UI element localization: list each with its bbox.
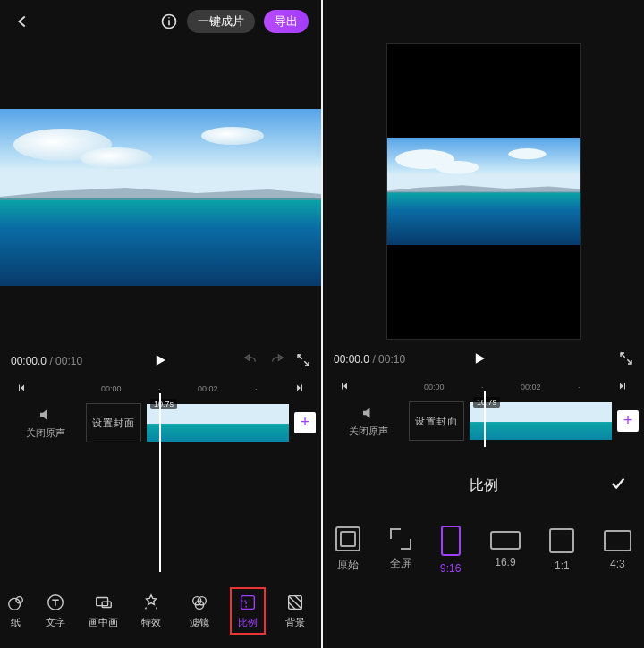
effects-icon — [141, 593, 161, 612]
add-clip-button[interactable]: + — [617, 410, 639, 432]
clip-strip[interactable]: 10.7s + — [470, 402, 639, 440]
fullscreen-ratio-icon — [390, 528, 411, 550]
back-icon[interactable] — [13, 12, 32, 31]
svg-rect-18 — [241, 595, 254, 609]
sticker-icon — [6, 593, 26, 612]
undo-button[interactable] — [242, 352, 258, 371]
svg-point-24 — [508, 148, 546, 159]
set-cover-button[interactable]: 设置封面 — [409, 401, 464, 441]
background-icon — [285, 593, 305, 612]
fullscreen-icon[interactable] — [296, 353, 310, 370]
svg-rect-9 — [147, 424, 289, 442]
playhead[interactable] — [159, 393, 161, 572]
playhead[interactable] — [484, 391, 486, 447]
playback-bar: 00:00.0 / 00:10 — [323, 344, 644, 374]
ratio-option-9-16[interactable]: 9:16 — [440, 526, 461, 575]
svg-rect-14 — [102, 602, 111, 607]
tool-background[interactable]: 背景 — [277, 593, 313, 629]
play-sep: / — [47, 355, 55, 367]
svg-point-10 — [9, 598, 21, 610]
svg-rect-26 — [470, 422, 612, 440]
tool-filter[interactable]: 滤镜 — [182, 593, 217, 629]
set-cover-button[interactable]: 设置封面 — [86, 403, 141, 442]
clip-duration-badge: 10.7s — [473, 397, 500, 408]
editor-screen-main: 一键成片 导出 — [0, 0, 321, 648]
text-icon — [46, 593, 65, 612]
ratio-option-original[interactable]: 原始 — [335, 526, 360, 573]
tool-row: 纸 文字 画中画 特效 滤镜 — [0, 582, 321, 639]
video-preview[interactable] — [0, 109, 321, 286]
r11-icon — [549, 528, 574, 553]
tool-sticker[interactable]: 纸 — [6, 593, 26, 629]
one-click-button[interactable]: 一键成片 — [187, 10, 255, 33]
clip-strip[interactable]: 10.7s + — [147, 404, 316, 442]
clip-duration-badge: 10.7s — [150, 399, 177, 409]
r169-icon — [490, 531, 521, 550]
play-button[interactable] — [151, 351, 169, 372]
ratio-option-fullscreen[interactable]: 全屏 — [390, 528, 411, 571]
svg-point-6 — [80, 147, 152, 169]
ratio-panel-title: 比例 — [323, 465, 644, 506]
r916-icon — [441, 526, 461, 556]
editor-screen-ratio-panel: 00:00.0 / 00:10 00:00 · 00:02 · 关闭原声 设置封… — [323, 0, 644, 648]
play-button[interactable] — [470, 349, 488, 370]
tool-effects[interactable]: 特效 — [133, 593, 169, 629]
play-position: 00:00.0 — [11, 355, 47, 367]
redo-button[interactable] — [269, 352, 285, 371]
playback-bar: 00:00.0 / 00:10 — [0, 346, 321, 376]
play-duration: 00:10 — [378, 353, 405, 366]
tool-text[interactable]: 文字 — [38, 593, 73, 629]
add-clip-button[interactable]: + — [294, 412, 316, 433]
jump-end-icon[interactable] — [294, 383, 305, 395]
pip-icon — [94, 593, 114, 612]
jump-end-icon[interactable] — [617, 381, 628, 393]
video-preview-portrait[interactable] — [386, 43, 581, 340]
jump-start-icon[interactable] — [339, 381, 350, 393]
tick-start: 00:00 — [101, 384, 122, 393]
ratio-option-4-3[interactable]: 4:3 — [604, 530, 631, 570]
tick-mid: 00:02 — [198, 384, 218, 393]
fullscreen-icon[interactable] — [619, 351, 633, 368]
r43-icon — [604, 530, 631, 551]
tick-start: 00:00 — [424, 383, 445, 391]
tool-pip[interactable]: 画中画 — [86, 593, 122, 629]
svg-rect-4 — [0, 198, 321, 286]
play-duration: 00:10 — [55, 355, 82, 367]
ratio-icon — [238, 593, 258, 612]
ratio-option-1-1[interactable]: 1:1 — [549, 528, 574, 572]
svg-point-7 — [201, 127, 264, 145]
ratio-options: 原始 全屏 9:16 16:9 1:1 4:3 — [323, 518, 644, 581]
info-icon[interactable] — [160, 13, 178, 30]
mute-original-audio[interactable]: 关闭原声 — [5, 407, 86, 440]
confirm-button[interactable] — [608, 474, 628, 497]
tick-mid: 00:02 — [521, 383, 541, 391]
export-button[interactable]: 导出 — [264, 10, 309, 33]
play-position: 00:00.0 — [334, 353, 369, 366]
tool-aspect-ratio[interactable]: 比例 — [230, 587, 266, 635]
mute-label: 关闭原声 — [26, 426, 65, 440]
mute-original-audio[interactable]: 关闭原声 — [328, 405, 409, 438]
jump-start-icon[interactable] — [16, 383, 27, 395]
filter-icon — [190, 593, 209, 612]
header: 一键成片 导出 — [0, 0, 321, 43]
svg-rect-21 — [387, 192, 580, 245]
svg-point-23 — [436, 161, 479, 174]
svg-point-2 — [168, 17, 170, 19]
ratio-option-16-9[interactable]: 16:9 — [490, 531, 521, 568]
original-icon — [335, 526, 360, 551]
